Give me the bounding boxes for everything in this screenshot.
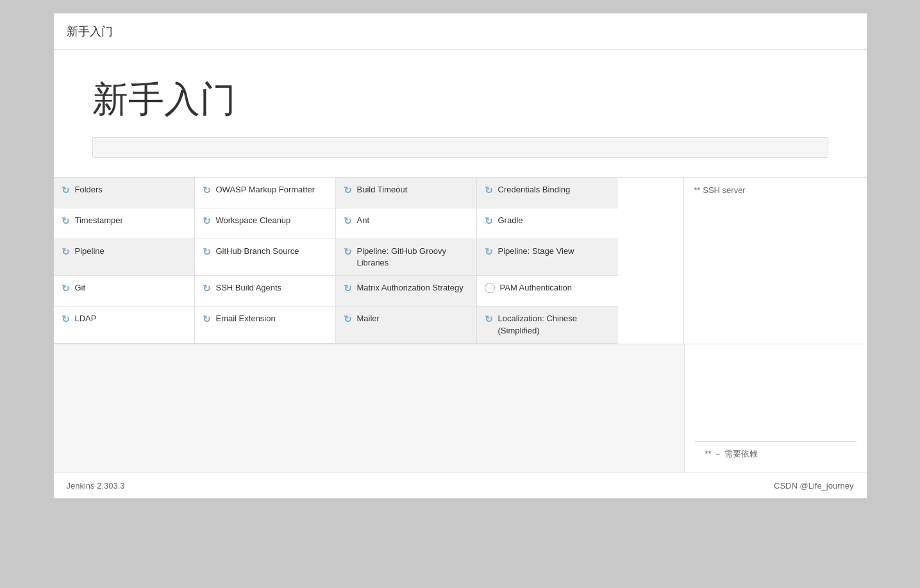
refresh-icon: ↻ <box>203 314 211 325</box>
plugin-name: Build Timeout <box>357 184 408 196</box>
footer-credit: CSDN @Life_journey <box>774 481 853 491</box>
footer-version: Jenkins 2.303.3 <box>67 481 125 491</box>
refresh-icon: ↻ <box>62 215 70 227</box>
refresh-icon: ↻ <box>344 215 352 227</box>
refresh-icon: ↻ <box>485 215 493 227</box>
plugin-name: PAM Authentication <box>500 282 573 294</box>
plugin-cell[interactable]: ↻LDAP <box>54 307 195 343</box>
content-area: ** － 需要依赖 <box>54 344 867 473</box>
plugin-cell[interactable]: ↻Matrix Authorization Strategy <box>336 276 477 307</box>
refresh-icon: ↻ <box>62 246 70 258</box>
refresh-icon: ↻ <box>62 283 70 294</box>
main-container: 新手入门 新手入门 ↻Folders↻OWASP Markup Formatte… <box>53 13 867 499</box>
hero-title: 新手入门 <box>92 76 828 124</box>
ssh-server-text: ** SSH server <box>694 185 857 195</box>
title-bar: 新手入门 <box>54 13 867 50</box>
plugin-name: OWASP Markup Formatter <box>216 184 315 196</box>
footnote-section: ** － 需要依赖 <box>695 441 857 466</box>
plugin-cell[interactable]: ↻Pipeline <box>54 239 195 276</box>
plugin-cell[interactable]: ↻Ant <box>336 208 477 239</box>
plugin-name: GitHub Branch Source <box>216 246 299 257</box>
refresh-icon: ↻ <box>203 215 211 227</box>
plugin-name: Ant <box>357 215 370 226</box>
plugin-cell[interactable]: ↻Build Timeout <box>336 178 477 208</box>
radio-icon <box>485 283 495 293</box>
refresh-icon: ↻ <box>203 185 211 196</box>
refresh-icon: ↻ <box>344 185 352 196</box>
plugin-cell[interactable]: ↻OWASP Markup Formatter <box>195 178 336 208</box>
plugin-grid-section: ↻Folders↻OWASP Markup Formatter↻Build Ti… <box>54 178 867 344</box>
plugin-cell[interactable]: ↻Folders <box>54 178 195 208</box>
plugin-name: Pipeline: Stage View <box>498 246 574 257</box>
plugin-name: Pipeline: GitHub Groovy Libraries <box>357 246 469 269</box>
footnote-text: ** － 需要依赖 <box>705 449 758 458</box>
refresh-icon: ↻ <box>62 314 70 325</box>
plugin-name: Localization: Chinese (Simplified) <box>498 313 610 336</box>
plugin-cell[interactable]: ↻Pipeline: Stage View <box>477 239 618 276</box>
plugin-name: Pipeline <box>75 246 105 257</box>
title-bar-label: 新手入门 <box>67 25 113 38</box>
plugin-name: Gradle <box>498 215 523 226</box>
plugin-cell[interactable]: ↻Gradle <box>477 208 618 239</box>
refresh-icon: ↻ <box>203 283 211 294</box>
plugin-name: Credentials Binding <box>498 184 571 196</box>
plugin-name: Matrix Authorization Strategy <box>357 282 464 294</box>
plugin-name: Timestamper <box>75 215 123 226</box>
plugin-name: SSH Build Agents <box>216 282 282 294</box>
refresh-icon: ↻ <box>203 246 211 258</box>
refresh-icon: ↻ <box>344 283 352 294</box>
plugin-cell[interactable]: ↻SSH Build Agents <box>195 276 336 307</box>
refresh-icon: ↻ <box>344 314 352 325</box>
plugin-cell[interactable]: ↻Workspace Cleanup <box>195 208 336 239</box>
plugin-cell[interactable]: ↻Git <box>54 276 195 307</box>
plugin-cell[interactable]: ↻Mailer <box>336 307 477 343</box>
plugin-name: Folders <box>75 184 103 196</box>
left-content <box>54 344 684 473</box>
plugin-name: Git <box>75 282 86 294</box>
plugin-columns: ↻Folders↻OWASP Markup Formatter↻Build Ti… <box>54 178 684 344</box>
search-input[interactable] <box>92 137 828 158</box>
refresh-icon: ↻ <box>485 185 493 196</box>
right-panel: ** － 需要依赖 <box>684 344 867 473</box>
plugin-cell[interactable]: ↻Credentials Binding <box>477 178 618 208</box>
plugin-name: LDAP <box>75 313 97 324</box>
plugin-cell[interactable]: ↻Timestamper <box>54 208 195 239</box>
plugin-cell[interactable]: PAM Authentication <box>477 276 618 307</box>
refresh-icon: ↻ <box>344 246 352 258</box>
refresh-icon: ↻ <box>62 185 70 196</box>
refresh-icon: ↻ <box>485 246 493 258</box>
refresh-icon: ↻ <box>485 314 493 325</box>
plugin-cell[interactable]: ↻Email Extension <box>195 307 336 343</box>
plugin-name: Workspace Cleanup <box>216 215 291 226</box>
ssh-column: ** SSH server <box>684 178 867 344</box>
plugin-cell[interactable]: ↻Pipeline: GitHub Groovy Libraries <box>336 239 477 276</box>
footer: Jenkins 2.303.3 CSDN @Life_journey <box>54 473 867 498</box>
plugin-name: Email Extension <box>216 313 276 324</box>
plugin-cell[interactable]: ↻GitHub Branch Source <box>195 239 336 276</box>
hero-section: 新手入门 <box>54 50 867 178</box>
plugin-cell[interactable]: ↻Localization: Chinese (Simplified) <box>477 307 618 343</box>
plugin-name: Mailer <box>357 313 380 324</box>
